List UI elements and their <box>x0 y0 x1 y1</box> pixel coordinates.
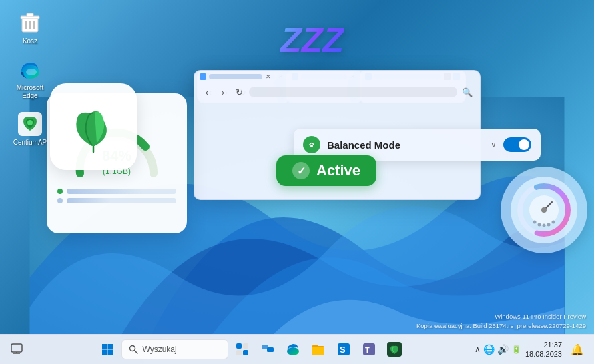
svg-point-8 <box>26 69 37 75</box>
speed-gauge-inner <box>511 177 577 243</box>
tray-show-hidden[interactable]: ∧ <box>475 345 481 354</box>
main-back-btn[interactable]: ‹ <box>201 86 213 98</box>
sys-info-line1: Windows 11 Pro Insider Preview <box>416 312 586 321</box>
balanced-chevron-icon: ∨ <box>491 140 497 149</box>
svg-rect-24 <box>11 344 22 352</box>
speed-gauge-widget <box>501 167 587 253</box>
svg-rect-34 <box>243 343 248 349</box>
balanced-mode-toggle[interactable] <box>503 137 531 152</box>
centium-label: CentiumAP <box>13 139 47 147</box>
search-icon <box>129 345 138 354</box>
desktop: Kosz Micr <box>0 0 594 364</box>
main-tab-indicator <box>200 73 206 80</box>
clock[interactable]: 21:37 18.08.2023 <box>525 340 562 359</box>
start-button[interactable] <box>96 338 119 361</box>
notification-btn[interactable]: 🔔 <box>566 338 589 361</box>
svg-text:T: T <box>365 346 370 354</box>
svg-rect-35 <box>236 350 242 355</box>
clock-date: 18.08.2023 <box>525 349 562 359</box>
search-box[interactable]: Wyszukaj <box>121 339 228 359</box>
svg-text:S: S <box>340 345 346 355</box>
svg-rect-3 <box>27 13 33 17</box>
svg-point-21 <box>543 224 546 227</box>
file-explorer-btn[interactable] <box>307 338 330 361</box>
svg-rect-38 <box>267 347 274 352</box>
main-refresh-btn[interactable]: ↻ <box>233 86 245 98</box>
taskbar: Wyszukaj <box>0 334 594 364</box>
tray-icons: ∧ 🌐 🔊 🔋 <box>475 344 521 355</box>
mem-bar-row-2 <box>57 198 176 203</box>
svg-point-19 <box>533 221 537 224</box>
svg-rect-28 <box>108 344 113 349</box>
mem-bar-row-1 <box>57 189 176 194</box>
system-info: Windows 11 Pro Insider Preview Kopia ewa… <box>416 312 586 331</box>
svg-rect-29 <box>102 350 107 355</box>
memory-bars <box>57 189 176 203</box>
mem-dot-2 <box>57 198 63 203</box>
edge-label: Microsoft Edge <box>9 84 51 100</box>
show-desktop-btn[interactable] <box>5 338 28 361</box>
svg-rect-36 <box>243 350 248 355</box>
recycle-bin-label: Kosz <box>23 37 37 45</box>
tray-network-icon: 🌐 <box>483 344 495 355</box>
taskbar-right: ∧ 🌐 🔊 🔋 21:37 18.08.2023 🔔 <box>469 338 594 361</box>
clock-time: 21:37 <box>525 340 562 349</box>
svg-point-18 <box>541 207 547 213</box>
main-address-bar[interactable] <box>249 87 457 97</box>
active-check-icon: ✓ <box>292 162 310 179</box>
balanced-mode-label: Balanced Mode <box>327 139 484 151</box>
svg-rect-30 <box>108 350 113 355</box>
recycle-bin-icon[interactable]: Kosz <box>7 7 53 48</box>
svg-point-23 <box>552 221 555 224</box>
svg-line-32 <box>135 351 138 354</box>
store-btn[interactable]: S <box>332 338 355 361</box>
svg-point-39 <box>287 347 299 355</box>
svg-point-10 <box>27 120 33 125</box>
leaf-app-widget[interactable] <box>50 83 137 170</box>
widgets-btn[interactable] <box>231 338 254 361</box>
zzz-text: ZZZ <box>280 20 344 60</box>
mem-bar-2 <box>67 198 176 203</box>
edge-taskbar-btn[interactable] <box>282 338 304 361</box>
svg-point-20 <box>538 223 541 227</box>
recycle-bin-img <box>17 9 43 36</box>
taskbar-center: Wyszukaj <box>33 338 469 361</box>
active-label: Active <box>316 162 360 179</box>
teams-btn[interactable]: T <box>358 338 380 361</box>
edge-icon-img <box>17 56 43 83</box>
taskbar-left <box>0 338 33 361</box>
task-view-btn[interactable] <box>256 338 279 361</box>
active-badge: ✓ Active <box>276 155 376 186</box>
tray-battery-icon: 🔋 <box>511 345 521 354</box>
mem-bar-1 <box>67 189 176 194</box>
search-placeholder: Wyszukaj <box>142 345 176 354</box>
centium-taskbar-btn[interactable] <box>383 338 406 361</box>
tray-volume-icon: 🔊 <box>497 344 509 355</box>
edge-icon-desktop[interactable]: Microsoft Edge <box>7 53 53 103</box>
main-tab-bar <box>209 74 262 79</box>
search-nav-btn[interactable]: 🔍 <box>461 86 473 98</box>
mem-dot-1 <box>57 189 63 194</box>
balanced-mode-icon <box>303 136 320 153</box>
main-forward-btn[interactable]: › <box>217 86 229 98</box>
sys-info-line2: Kopia ewaluacyjna: Build 25174.rs_prerel… <box>416 321 586 331</box>
centium-icon-img <box>17 111 43 137</box>
svg-point-13 <box>310 145 313 147</box>
main-close-btn[interactable]: ✕ <box>265 73 272 80</box>
svg-rect-27 <box>102 344 107 349</box>
svg-rect-33 <box>236 343 242 349</box>
svg-point-22 <box>547 223 551 227</box>
